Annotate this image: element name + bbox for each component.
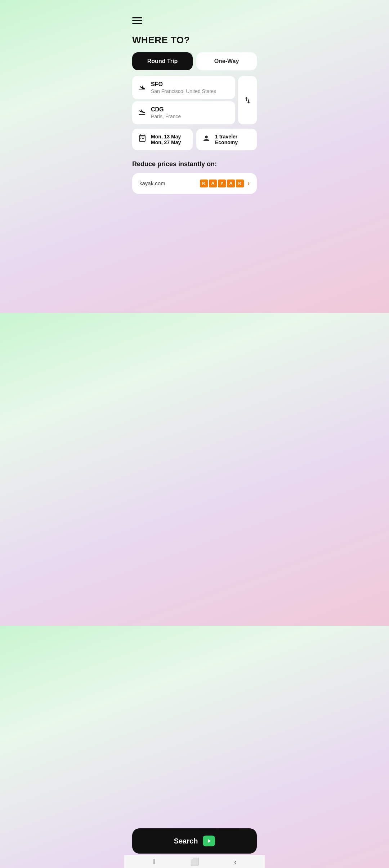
traveler-count: 1 traveler [215, 134, 238, 140]
destination-field[interactable]: CDG Paris, France [132, 101, 235, 124]
origin-info: SFO San Francisco, United States [151, 81, 216, 94]
trip-type-toggle: Round Trip One-Way [132, 52, 257, 70]
takeoff-icon [138, 83, 146, 92]
hamburger-menu[interactable] [132, 17, 142, 24]
origin-code: SFO [151, 81, 216, 88]
page-title: WHERE TO? [132, 35, 257, 46]
traveler-text: 1 traveler Economy [215, 134, 238, 145]
kayak-logo: K A Y A K [200, 180, 244, 187]
travelers-field[interactable]: 1 traveler Economy [196, 129, 257, 150]
return-date: Mon, 27 May [151, 140, 181, 145]
calendar-icon [138, 134, 147, 145]
kayak-right: K A Y A K › [200, 180, 250, 187]
origin-city: San Francisco, United States [151, 88, 216, 94]
kayak-card[interactable]: kayak.com K A Y A K › [132, 173, 257, 194]
landing-icon [138, 108, 146, 118]
traveler-icon [202, 134, 211, 145]
kayak-letter-y: Y [218, 180, 226, 187]
reduce-prices-section: Reduce prices instantly on: kayak.com K … [132, 160, 257, 194]
destination-city: Paris, France [151, 114, 181, 119]
date-traveler-row: Mon, 13 May Mon, 27 May 1 traveler Econo… [132, 129, 257, 150]
kayak-domain: kayak.com [139, 180, 165, 186]
kayak-letter-k1: K [200, 180, 208, 187]
dates-text: Mon, 13 May Mon, 27 May [151, 134, 181, 145]
round-trip-button[interactable]: Round Trip [132, 52, 193, 70]
kayak-letter-a2: A [227, 180, 235, 187]
airport-fields: SFO San Francisco, United States CDG Par… [132, 76, 235, 124]
reduce-prices-title: Reduce prices instantly on: [132, 160, 257, 168]
origin-field[interactable]: SFO San Francisco, United States [132, 76, 235, 99]
one-way-button[interactable]: One-Way [196, 52, 257, 70]
airport-selector: SFO San Francisco, United States CDG Par… [132, 76, 257, 124]
dates-field[interactable]: Mon, 13 May Mon, 27 May [132, 129, 193, 150]
swap-airports-button[interactable] [238, 76, 257, 124]
kayak-letter-a1: A [209, 180, 217, 187]
kayak-chevron-icon: › [247, 180, 250, 187]
depart-date: Mon, 13 May [151, 134, 181, 140]
destination-info: CDG Paris, France [151, 106, 181, 119]
kayak-letter-k2: K [236, 180, 244, 187]
destination-code: CDG [151, 106, 181, 113]
traveler-class: Economy [215, 140, 238, 145]
main-screen: WHERE TO? Round Trip One-Way SFO San Fra… [124, 0, 265, 313]
